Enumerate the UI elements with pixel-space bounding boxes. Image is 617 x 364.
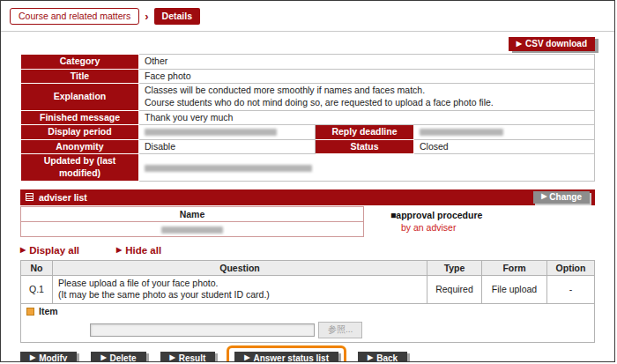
arrow-icon: ▶ — [517, 41, 522, 48]
question-option: - — [547, 275, 595, 303]
expand-links: ▶ Display all ▶ Hide all — [20, 245, 595, 256]
reply-deadline-label: Reply deadline — [316, 125, 414, 140]
display-period-label: Display period — [21, 125, 139, 140]
approval-by-adviser: by an adviser — [401, 222, 482, 233]
list-icon — [26, 193, 33, 201]
breadcrumb-current-badge: Details — [154, 8, 200, 25]
anonymity-value: Disable — [139, 139, 316, 154]
arrow-icon: ▶ — [100, 354, 106, 361]
finished-message-label: Finished message — [21, 110, 139, 125]
arrow-icon: ▶ — [244, 354, 249, 361]
file-upload-control: 参照... — [90, 322, 589, 338]
explanation-label: Explanation — [21, 84, 139, 110]
title-label: Title — [21, 69, 139, 84]
chevron-right-icon: › — [145, 11, 148, 22]
hide-all-label: Hide all — [125, 245, 161, 256]
category-value: Other — [139, 55, 595, 70]
title-value: Face photo — [139, 69, 595, 84]
display-period-value — [139, 125, 316, 140]
redacted-value — [420, 129, 503, 136]
table-row: Anonymity Disable Status Closed — [21, 139, 595, 154]
delete-button[interactable]: ▶ Delete — [91, 352, 145, 362]
arrow-icon: ▶ — [541, 193, 546, 200]
annotation-highlight: ▶ Answer status list — [227, 345, 346, 362]
content: ▶ CSV download Category Other Title Face… — [1, 37, 614, 362]
col-header-question: Question — [53, 260, 427, 275]
redacted-value — [161, 227, 223, 234]
question-line: Please upload a file of your face photo. — [58, 278, 421, 290]
anonymity-label: Anonymity — [21, 139, 139, 154]
modify-label: Modify — [39, 353, 67, 362]
table-row: Display period Reply deadline — [21, 125, 595, 140]
table-row — [21, 221, 364, 236]
file-path-input — [90, 323, 315, 337]
question-no: Q.1 — [21, 275, 53, 303]
finished-message-value: Thank you very much — [139, 110, 595, 125]
table-row: Explanation Classes will be conducted mo… — [21, 84, 595, 110]
answer-status-list-button[interactable]: ▶ Answer status list — [234, 352, 338, 362]
result-button[interactable]: ▶ Result — [160, 352, 216, 362]
question-text: Please upload a file of your face photo.… — [53, 275, 427, 303]
table-row: Finished message Thank you very much — [21, 110, 595, 125]
back-label: Back — [376, 353, 398, 362]
adviser-name-table: Name — [20, 206, 364, 237]
table-row: Updated by (last modified) — [21, 154, 595, 181]
hide-all-link[interactable]: ▶ Hide all — [116, 245, 161, 256]
explanation-value: Classes will be conducted more smoothly … — [139, 84, 595, 110]
answer-status-list-label: Answer status list — [253, 353, 329, 362]
reply-deadline-value — [414, 125, 595, 140]
table-row: Category Other — [21, 55, 595, 70]
table-header-row: No Question Type Form Option — [21, 260, 595, 275]
explanation-line: Course students who do not mind doing so… — [145, 97, 589, 109]
arrow-icon: ▶ — [170, 354, 175, 361]
explanation-line: Classes will be conducted more smoothly … — [145, 85, 589, 97]
divider — [1, 31, 614, 32]
col-header-type: Type — [427, 260, 482, 275]
approval-procedure-title: ■approval procedure — [390, 210, 482, 220]
item-icon — [26, 308, 34, 316]
question-line: (It may be the same photo as your studen… — [58, 289, 421, 301]
question-row: Q.1 Please upload a file of your face ph… — [21, 275, 595, 303]
item-cell: Item 参照... — [21, 304, 595, 343]
table-row: Name — [21, 206, 364, 221]
updated-by-value — [139, 154, 595, 181]
col-header-option: Option — [547, 260, 595, 275]
adviser-list-title: adviser list — [39, 192, 533, 203]
updated-by-label: Updated by (last modified) — [21, 154, 139, 181]
browse-button: 参照... — [318, 322, 362, 338]
approval-procedure: ■approval procedure by an adviser — [390, 210, 482, 237]
questions-table: No Question Type Form Option Q.1 Please … — [20, 260, 595, 343]
display-all-label: Display all — [29, 245, 79, 256]
arrow-icon: ▶ — [368, 354, 373, 361]
csv-download-label: CSV download — [525, 39, 587, 48]
arrow-icon: ▶ — [116, 247, 122, 254]
csv-download-button[interactable]: ▶ CSV download — [509, 37, 595, 51]
status-label: Status — [316, 139, 414, 154]
page: Course and related matters › Details ▶ C… — [0, 0, 615, 362]
change-label: Change — [549, 192, 582, 202]
redacted-value — [145, 129, 277, 136]
breadcrumb: Course and related matters › Details — [1, 1, 614, 25]
name-column-header: Name — [21, 206, 364, 221]
arrow-icon: ▶ — [30, 354, 35, 361]
item-label: Item — [39, 306, 58, 318]
arrow-icon: ▶ — [20, 247, 26, 254]
item-row: Item 参照... — [21, 304, 595, 343]
adviser-list-bar: adviser list ▶ Change — [20, 189, 595, 205]
delete-label: Delete — [110, 353, 137, 362]
category-label: Category — [21, 55, 139, 70]
col-header-no: No — [21, 260, 53, 275]
display-all-link[interactable]: ▶ Display all — [20, 245, 79, 256]
table-row: Title Face photo — [21, 69, 595, 84]
question-type: Required — [427, 275, 482, 303]
action-bar: ▶ Modify ▶ Delete ▶ Result ▶ Answer stat… — [20, 352, 595, 362]
col-header-form: Form — [482, 260, 547, 275]
breadcrumb-parent-button[interactable]: Course and related matters — [10, 8, 139, 25]
result-label: Result — [179, 353, 206, 362]
change-button[interactable]: ▶ Change — [533, 191, 590, 204]
details-table: Category Other Title Face photo Explanat… — [20, 54, 595, 182]
back-button[interactable]: ▶ Back — [358, 352, 407, 362]
modify-button[interactable]: ▶ Modify — [20, 352, 77, 362]
status-value: Closed — [414, 139, 595, 154]
adviser-name-cell — [21, 221, 364, 236]
